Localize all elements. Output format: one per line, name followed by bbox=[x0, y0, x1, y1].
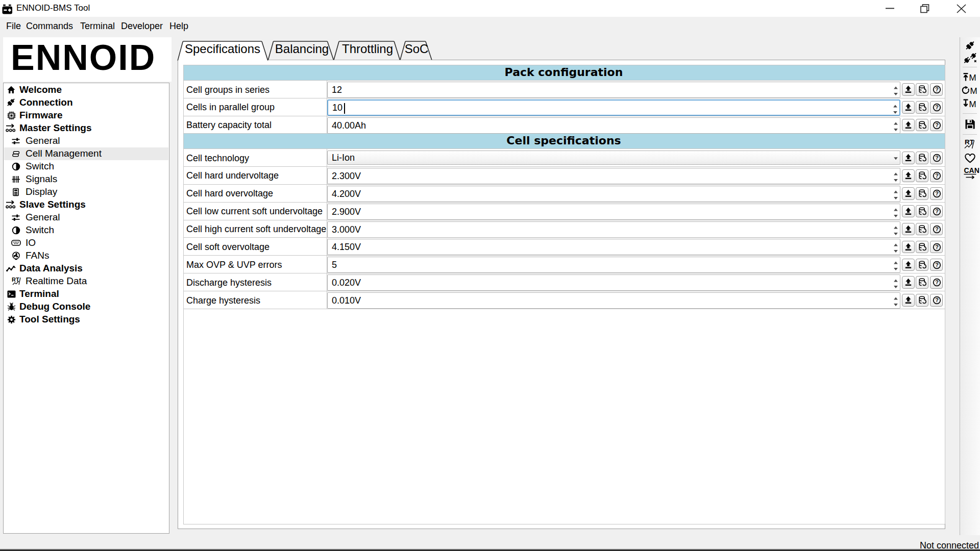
svg-text:CAN: CAN bbox=[964, 167, 979, 174]
svg-text:M: M bbox=[969, 73, 976, 82]
svg-text:Throttling: Throttling bbox=[342, 42, 393, 56]
svg-text:M: M bbox=[969, 99, 976, 109]
svg-text:SoC: SoC bbox=[405, 42, 429, 56]
svg-text:Balancing: Balancing bbox=[275, 42, 329, 56]
svg-text:Specifications: Specifications bbox=[185, 42, 260, 56]
svg-text:M: M bbox=[970, 86, 977, 95]
